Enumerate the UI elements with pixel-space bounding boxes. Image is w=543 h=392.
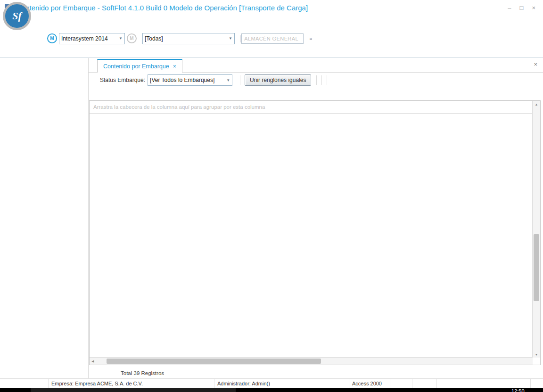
horizontal-scrollbar[interactable]: ◀ [90,357,533,365]
grid-toolbar: Status Embarque: [Ver Todos lo Embarques… [89,72,543,88]
close-panel-icon[interactable]: × [534,61,537,68]
document-tab-row: Contenido por Embarque × × [89,58,543,73]
record-tabs [89,88,543,100]
taskbar: 12:50 [0,388,543,392]
status-administrador: Administrador: Admin() [214,379,349,388]
menu-bar [0,15,543,28]
window-title: Contenido por Embarque - SoftFlot 4.1.0 … [16,4,308,12]
m-badge-disabled-icon: M [127,33,137,43]
taskbar-clock: 12:50 [511,388,525,392]
taskbar-segment [31,388,236,392]
scroll-up-icon[interactable]: ▲ [533,101,540,107]
chevron-down-icon: ▼ [119,36,123,41]
m-badge-icon[interactable]: M [47,33,57,43]
minimize-button[interactable]: – [508,4,511,11]
scroll-left-icon[interactable]: ◀ [90,358,96,365]
status-bar: Empresa: Empresa ACME, S.A. de C.V. Admi… [0,378,543,388]
close-tab-icon[interactable]: × [173,63,176,70]
total-records-label: Total 39 Registros [89,368,543,378]
module-tab-strip [0,49,543,58]
title-bar: s Contenido por Embarque - SoftFlot 4.1.… [0,0,543,15]
status-empresa: Empresa: Empresa ACME, S.A. de C.V. [49,379,214,388]
vertical-scrollbar[interactable]: ▲ ▼ [532,101,540,358]
chevron-down-icon: ▼ [229,36,232,41]
close-button[interactable]: × [532,4,535,11]
scroll-down-icon[interactable]: ▼ [533,351,540,358]
group-by-hint: Arrastra la cabecera de la columna aquí … [90,101,540,114]
status-database: Access 2000 [349,379,390,388]
window-controls: –□× [508,4,535,11]
restore-button[interactable]: □ [520,4,524,11]
content-area: Contenido por Embarque × × Status Embarq… [89,58,543,378]
tab-contenido-por-embarque[interactable]: Contenido por Embarque × [97,59,182,73]
toolbar-overflow[interactable]: » [309,36,312,41]
status-embarque-label: Status Embarque: [100,77,145,83]
status-lock-keys [470,379,531,388]
main-area: Contenido por Embarque × × Status Embarq… [0,58,543,378]
profile-select[interactable]: Interasystem 2014▼ [59,33,125,44]
main-toolbar: M Interasystem 2014▼ M [Todas]▼ | » [0,28,543,49]
status-embarque-select[interactable]: [Ver Todos lo Embarques]▼ [148,74,232,86]
softflot-logo: Sf [3,2,31,30]
sidebar [0,58,89,378]
data-grid: Arrastra la cabecera de la columna aquí … [89,100,541,365]
merge-rows-button[interactable]: Unir renglones iguales [245,74,311,86]
vertical-scroll-thumb[interactable] [534,234,539,301]
almacen-input[interactable] [241,33,304,44]
horizontal-scroll-thumb[interactable] [107,359,321,364]
chevron-down-icon: ▼ [226,78,230,82]
todas-select[interactable]: [Todas]▼ [142,33,235,44]
